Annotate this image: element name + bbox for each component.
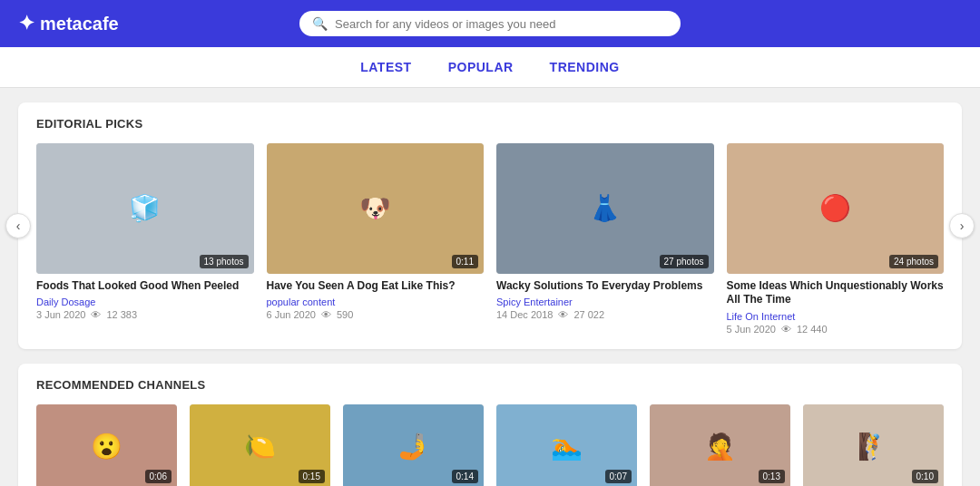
main-nav: LATEST POPULAR TRENDING	[0, 47, 980, 88]
thumbnail-wrap: 🐶 0:11	[267, 143, 485, 274]
nav-latest[interactable]: LATEST	[360, 60, 411, 74]
video-date: 3 Jun 2020	[36, 309, 85, 320]
video-badge: 0:11	[452, 255, 478, 268]
video-badge: 27 photos	[660, 255, 709, 268]
views-icon: 👁	[558, 309, 568, 320]
carousel-right-arrow[interactable]: ›	[949, 213, 975, 238]
thumbnail-wrap: 😮 0:06	[36, 404, 177, 486]
carousel-left-arrow[interactable]: ‹	[5, 213, 31, 238]
views-icon: 👁	[91, 309, 101, 320]
header: ✦ metacafe 🔍	[0, 0, 980, 47]
video-channel[interactable]: popular content	[267, 296, 485, 307]
video-title: Foods That Looked Good When Peeled	[36, 279, 254, 294]
main-content: EDITORIAL PICKS ‹ 🧊 13 photos Foods That…	[0, 88, 980, 486]
channel-item[interactable]: 🧗 0:10 Sometimes The Stairs Are Unhealth…	[803, 404, 944, 486]
recommended-channels-section: RECOMMENDED CHANNELS 😮 0:06 When You Try…	[18, 364, 962, 486]
video-date: 6 Jun 2020	[267, 309, 316, 320]
video-channel[interactable]: Life On Internet	[727, 311, 945, 322]
view-count: 12 440	[797, 324, 828, 335]
logo-text: metacafe	[40, 14, 119, 34]
editorial-picks-title: EDITORIAL PICKS	[36, 117, 944, 131]
channel-item[interactable]: 🏊 0:07 Almost Needed The Coffin Dancers …	[496, 404, 637, 486]
video-meta: 6 Jun 2020 👁 590	[267, 309, 485, 320]
video-badge: 13 photos	[200, 255, 249, 268]
thumbnail-wrap: 🤦 0:13	[650, 404, 790, 486]
video-title: Have You Seen A Dog Eat Like This?	[267, 279, 485, 294]
video-meta: 3 Jun 2020 👁 12 383	[36, 309, 254, 320]
video-channel[interactable]: Daily Dosage	[36, 296, 254, 307]
thumbnail-wrap: 🤳 0:14	[343, 404, 484, 486]
view-count: 27 022	[573, 309, 604, 320]
thumbnail-wrap: 🍋 0:15	[190, 404, 330, 486]
video-title: Wacky Solutions To Everyday Problems	[496, 279, 714, 294]
thumbnail-wrap: 👗 27 photos	[496, 143, 714, 274]
video-badge: 0:14	[452, 470, 478, 483]
logo-star-icon: ✦	[18, 12, 34, 35]
nav-popular[interactable]: POPULAR	[448, 60, 514, 74]
logo[interactable]: ✦ metacafe	[18, 12, 119, 35]
video-title: Some Ideas Which Unquestionably Works Al…	[727, 279, 945, 307]
video-badge: 0:13	[759, 470, 785, 483]
editorial-pick-item[interactable]: 🧊 13 photos Foods That Looked Good When …	[36, 143, 254, 335]
thumbnail-wrap: 🧊 13 photos	[36, 143, 254, 274]
channel-item[interactable]: 🤳 0:14 All The Selfies Are Not Gold! Dai…	[343, 404, 484, 486]
views-icon: 👁	[321, 309, 331, 320]
recommended-channels-title: RECOMMENDED CHANNELS	[36, 378, 944, 392]
thumbnail-wrap: 🧗 0:10	[803, 404, 944, 486]
editorial-picks-grid: 🧊 13 photos Foods That Looked Good When …	[36, 143, 944, 335]
nav-trending[interactable]: TRENDING	[550, 60, 620, 74]
editorial-pick-item[interactable]: 👗 27 photos Wacky Solutions To Everyday …	[496, 143, 714, 335]
editorial-picks-section: EDITORIAL PICKS ‹ 🧊 13 photos Foods That…	[18, 102, 962, 349]
video-badge: 0:10	[912, 470, 938, 483]
search-bar[interactable]: 🔍	[299, 11, 681, 36]
thumb-illustration: 🐶	[267, 143, 485, 274]
video-badge: 0:15	[299, 470, 325, 483]
editorial-pick-item[interactable]: 🔴 24 photos Some Ideas Which Unquestiona…	[727, 143, 945, 335]
view-count: 12 383	[106, 309, 137, 320]
channel-item[interactable]: 🤦 0:13 When Pranking Your Girlfriend Goe…	[650, 404, 790, 486]
search-input[interactable]	[335, 17, 668, 31]
recommended-channels-grid: 😮 0:06 When You Try to Show Off Too Much…	[36, 404, 944, 486]
video-channel[interactable]: Spicy Entertainer	[496, 296, 714, 307]
search-icon: 🔍	[312, 16, 328, 31]
channel-item[interactable]: 🍋 0:15 All You Need A Little Push conten…	[190, 404, 330, 486]
video-badge: 0:06	[145, 470, 172, 483]
video-meta: 5 Jun 2020 👁 12 440	[727, 324, 945, 335]
view-count: 590	[337, 309, 353, 320]
thumbnail-wrap: 🏊 0:07	[496, 404, 637, 486]
thumbnail: 🐶	[267, 143, 485, 274]
editorial-pick-item[interactable]: 🐶 0:11 Have You Seen A Dog Eat Like This…	[267, 143, 485, 335]
video-meta: 14 Dec 2018 👁 27 022	[496, 309, 714, 320]
channel-item[interactable]: 😮 0:06 When You Try to Show Off Too Much…	[36, 404, 177, 486]
video-badge: 24 photos	[889, 255, 938, 268]
views-icon: 👁	[781, 324, 791, 335]
video-badge: 0:07	[605, 470, 632, 483]
video-date: 5 Jun 2020	[727, 324, 776, 335]
thumbnail-wrap: 🔴 24 photos	[727, 143, 945, 274]
video-date: 14 Dec 2018	[496, 309, 553, 320]
